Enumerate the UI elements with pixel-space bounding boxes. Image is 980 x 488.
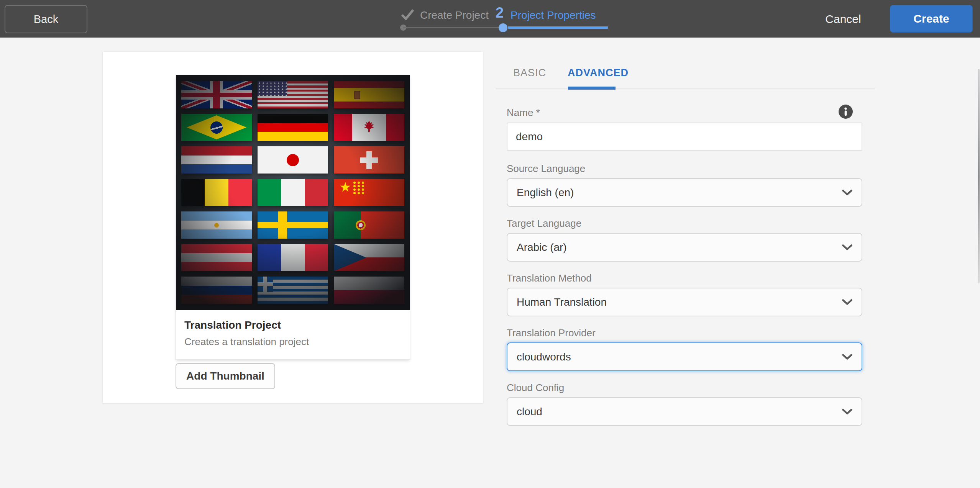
name-input[interactable] (507, 123, 862, 151)
chevron-down-icon (842, 244, 852, 251)
translation-method-select[interactable]: Human Translation (507, 288, 862, 316)
flag-nl-icon (181, 146, 252, 174)
scrollbar[interactable] (978, 69, 980, 283)
chevron-down-icon (842, 190, 852, 196)
step-project-properties-label: Project Properties (511, 9, 596, 21)
step2-progress-line (508, 26, 608, 29)
flag-ch-icon (334, 146, 404, 174)
flag-br-icon (181, 114, 252, 141)
flag-de-icon (258, 114, 328, 141)
flag-pl-icon (334, 277, 404, 304)
cloud-config-value: cloud (517, 406, 542, 418)
flag-gr-icon (258, 277, 328, 304)
step-completed-check-icon (401, 8, 415, 23)
wizard-top-bar: Back Create Project 2 Project Properties… (0, 0, 980, 38)
flag-us-icon (258, 81, 328, 108)
thumbnail-image (176, 75, 410, 310)
flag-uk-icon (181, 81, 252, 108)
flag-jp-icon (258, 146, 328, 174)
chevron-down-icon (842, 299, 852, 305)
translation-method-label: Translation Method (507, 272, 592, 284)
translation-method-value: Human Translation (517, 296, 607, 308)
add-thumbnail-button[interactable]: Add Thumbnail (176, 363, 275, 389)
active-tab-underline (568, 87, 616, 90)
flag-cz-icon (334, 244, 404, 271)
source-language-select[interactable]: English (en) (507, 178, 862, 207)
cloud-config-label: Cloud Config (507, 382, 564, 394)
flag-at-icon (181, 244, 252, 271)
step-create-project-label: Create Project (420, 9, 489, 21)
translation-provider-select[interactable]: cloudwords (507, 342, 862, 371)
card-caption: Translation Project Creates a translatio… (176, 310, 410, 359)
info-icon[interactable] (839, 105, 853, 120)
tabs-divider (496, 88, 875, 89)
flag-ar-icon (181, 211, 252, 239)
flag-pt-icon (334, 211, 404, 239)
card-subtitle: Creates a translation project (184, 336, 401, 348)
target-language-select[interactable]: Arabic (ar) (507, 233, 862, 262)
name-label: Name * (507, 107, 540, 119)
step2-progress-dot (499, 23, 507, 32)
tab-basic[interactable]: BASIC (513, 67, 546, 79)
tab-advanced[interactable]: ADVANCED (568, 67, 629, 79)
step1-progress-line (403, 27, 501, 28)
cancel-button[interactable]: Cancel (820, 11, 866, 27)
flag-ru-icon (181, 277, 252, 304)
chevron-down-icon (842, 354, 852, 360)
flag-be-icon (181, 179, 252, 206)
target-language-label: Target Language (507, 218, 581, 229)
chevron-down-icon (842, 409, 852, 415)
flag-se-icon (258, 211, 328, 239)
project-template-panel: Translation Project Creates a translatio… (103, 52, 483, 403)
flag-it-icon (258, 179, 328, 206)
step-number: 2 (496, 5, 504, 21)
translation-provider-label: Translation Provider (507, 327, 596, 339)
flags-grid (176, 75, 410, 310)
flag-fr-icon (258, 244, 328, 271)
source-language-label: Source Language (507, 163, 585, 175)
project-properties-form: BASIC ADVANCED Name * Source Language En… (496, 39, 875, 460)
flag-ca-icon (334, 114, 404, 141)
flag-cn-icon (334, 179, 404, 206)
card-title: Translation Project (184, 319, 401, 331)
translation-provider-value: cloudwords (517, 351, 571, 363)
target-language-value: Arabic (ar) (517, 241, 567, 254)
cloud-config-select[interactable]: cloud (507, 397, 862, 426)
source-language-value: English (en) (517, 187, 574, 199)
back-button[interactable]: Back (5, 5, 87, 33)
flag-es-icon (334, 81, 404, 108)
create-button[interactable]: Create (890, 5, 973, 33)
translation-project-card: Translation Project Creates a translatio… (176, 75, 410, 360)
